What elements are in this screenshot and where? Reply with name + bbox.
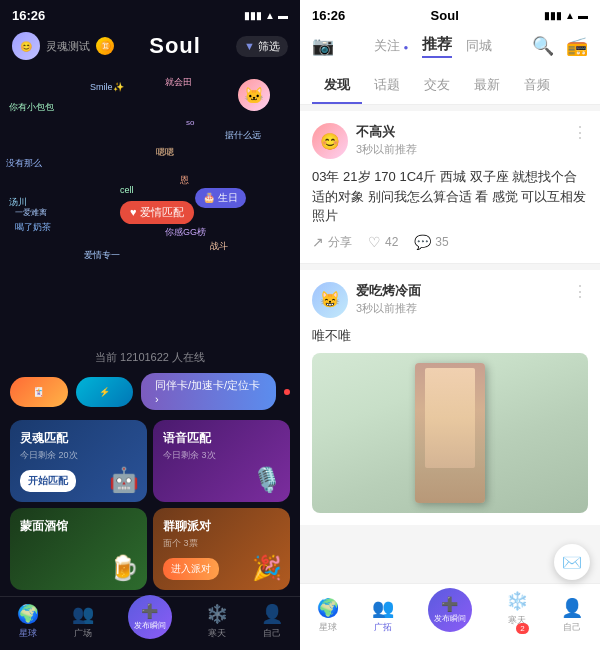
comment-count-1: 35 <box>435 235 448 249</box>
like-count-1: 42 <box>385 235 398 249</box>
group-party-card[interactable]: 群聊派对 面个 3票 进入派对 🎉 <box>153 508 290 590</box>
nav-star-left[interactable]: 🌍 星球 <box>17 603 39 640</box>
nav-publish-left[interactable]: ➕ 发布瞬间 <box>128 595 172 639</box>
divider-1 <box>300 263 600 264</box>
header-right-icons: 🔍 📻 <box>532 35 588 57</box>
gemini-icon: ♊ <box>96 37 114 55</box>
mask-bar-card[interactable]: 蒙面酒馆 🍺 <box>10 508 147 590</box>
post-1-header: 😊 不高兴 3秒以前推荐 ⋮ <box>312 123 588 159</box>
comment-icon-1: 💬 <box>414 234 431 250</box>
camera-icon[interactable]: 📷 <box>312 35 334 57</box>
share-btn-1[interactable]: ↗ 分享 <box>312 234 352 251</box>
nav-square-right[interactable]: 👥 广拓 <box>372 597 394 634</box>
bottom-nav-right: 🌍 星球 👥 广拓 ➕ 发布瞬间 ❄️ 寒天 2 👤 自己 <box>300 583 600 650</box>
square-icon-right: 👥 <box>372 597 394 619</box>
nav-self-left[interactable]: 👤 自己 <box>261 603 283 640</box>
post-1-more[interactable]: ⋮ <box>572 123 588 142</box>
comment-btn-1[interactable]: 💬 35 <box>414 234 448 251</box>
soul-match-title: 灵魂匹配 <box>20 430 137 447</box>
bubble-smile: Smile✨ <box>90 82 124 92</box>
post-2-header: 😸 爱吃烤冷面 3秒以前推荐 ⋮ <box>312 282 588 318</box>
self-icon-left: 👤 <box>261 603 283 625</box>
post-1-username: 不高兴 <box>356 123 564 141</box>
self-icon-right: 👤 <box>561 597 583 619</box>
bubble-love2: 爱情专一 <box>84 249 120 262</box>
status-bar-left: 16:26 ▮▮▮ ▲ ▬ <box>0 0 300 24</box>
nav-cold-right[interactable]: ❄️ 寒天 2 <box>506 590 528 640</box>
nav-cold-left[interactable]: ❄️ 寒天 <box>206 603 228 640</box>
bubble-cell: cell <box>120 185 134 195</box>
avatar-bubble-pink: 🐱 <box>238 79 270 111</box>
group-party-icon: 🎉 <box>252 554 282 582</box>
tab-friend[interactable]: 交友 <box>412 68 462 104</box>
feature-grid: 灵魂匹配 今日剩余 20次 开始匹配 🤖 语音匹配 今日剩余 3次 🎙️ 蒙面酒… <box>0 414 300 596</box>
love-match-text: ♥ 爱情匹配 <box>130 205 184 220</box>
nav-star-right[interactable]: 🌍 星球 <box>317 597 339 634</box>
tab-recommend[interactable]: 推荐 <box>422 35 452 58</box>
cards-label: 同伴卡/加速卡/定位卡 › <box>155 378 262 405</box>
bottom-nav-left: 🌍 星球 👥 广场 ➕ 发布瞬间 ❄️ 寒天 👤 自己 <box>0 596 300 650</box>
post-2-more[interactable]: ⋮ <box>572 282 588 301</box>
header-left: 😊 灵魂测试 ♊ Soul ▼ 筛选 <box>0 24 300 68</box>
bubble-enen: 嗯嗯 <box>156 146 174 159</box>
bubble-en: 恩 <box>180 174 189 187</box>
nav-square-label-right: 广拓 <box>374 621 392 634</box>
voice-match-card[interactable]: 语音匹配 今日剩余 3次 🎙️ <box>153 420 290 502</box>
start-match-button[interactable]: 开始匹配 <box>20 470 76 492</box>
signal-icons-left: ▮▮▮ ▲ ▬ <box>244 10 288 21</box>
status-bar-right: 16:26 Soul ▮▮▮ ▲ ▬ <box>300 0 600 24</box>
mask-bar-title: 蒙面酒馆 <box>20 518 137 535</box>
signal-icons-right: ▮▮▮ ▲ ▬ <box>544 10 588 21</box>
like-btn-1[interactable]: ♡ 42 <box>368 234 398 251</box>
post-2-meta: 爱吃烤冷面 3秒以前推荐 <box>356 282 564 316</box>
avatar-test[interactable]: 😊 <box>12 32 40 60</box>
tab-audio[interactable]: 音频 <box>512 68 562 104</box>
mail-float-btn[interactable]: ✉️ <box>554 544 590 580</box>
join-party-button[interactable]: 进入派对 <box>163 558 219 580</box>
tab-latest[interactable]: 最新 <box>462 68 512 104</box>
tab-topic[interactable]: 话题 <box>362 68 412 104</box>
soul-match-card[interactable]: 灵魂匹配 今日剩余 20次 开始匹配 🤖 <box>10 420 147 502</box>
notify-icon-right[interactable]: 📻 <box>566 35 588 57</box>
left-panel: 16:26 ▮▮▮ ▲ ▬ 😊 灵魂测试 ♊ Soul ▼ 筛选 Smile✨ … <box>0 0 300 650</box>
feed: 😊 不高兴 3秒以前推荐 ⋮ 03年 21岁 170 1C4斤 西城 双子座 就… <box>300 105 600 583</box>
love-match-bubble[interactable]: ♥ 爱情匹配 <box>120 201 194 224</box>
cards-arrow-btn[interactable]: 同伴卡/加速卡/定位卡 › <box>141 373 276 410</box>
tab-city[interactable]: 同城 <box>466 37 492 55</box>
nav-publish-label-right: 发布瞬间 <box>434 613 466 624</box>
time-right: 16:26 <box>312 8 345 23</box>
avatar-blue-2: 😸 <box>312 282 348 318</box>
tab-follow[interactable]: 关注 ● <box>374 37 408 55</box>
voice-match-title: 语音匹配 <box>163 430 280 447</box>
nav-square-left[interactable]: 👥 广场 <box>72 603 94 640</box>
soul-match-icon: 🤖 <box>109 466 139 494</box>
nav-cold-label-left: 寒天 <box>208 627 226 640</box>
bubble-jiuhuitiian: 就会田 <box>165 76 192 89</box>
bubble-small-bag: 你有小包包 <box>9 101 54 114</box>
soul-match-subtitle: 今日剩余 20次 <box>20 449 137 462</box>
bubble-area: Smile✨ 就会田 你有小包包 so 没有那么 嗯嗯 据什么远 汤川 cell… <box>0 68 300 346</box>
nav-self-label-left: 自己 <box>263 627 281 640</box>
nav-self-right[interactable]: 👤 自己 <box>561 597 583 634</box>
nav-self-label-right: 自己 <box>563 621 581 634</box>
publish-icon-left: ➕ <box>141 603 158 619</box>
bubble-so: so <box>186 118 194 127</box>
speed-card[interactable]: ⚡ <box>76 377 134 407</box>
post-2-time: 3秒以前推荐 <box>356 301 564 316</box>
test-label: 灵魂测试 <box>46 39 90 54</box>
post-1: 😊 不高兴 3秒以前推荐 ⋮ 03年 21岁 170 1C4斤 西城 双子座 就… <box>300 111 600 263</box>
nav-publish-right[interactable]: ➕ 发布瞬间 <box>428 588 472 632</box>
companion-card[interactable]: 🃏 <box>10 377 68 407</box>
tab-discover[interactable]: 发现 <box>312 68 362 104</box>
header-right: 📷 关注 ● 推荐 同城 🔍 📻 <box>300 24 600 68</box>
battery-icon: ▬ <box>278 10 288 21</box>
nav-square-label-left: 广场 <box>74 627 92 640</box>
filter-button[interactable]: ▼ 筛选 <box>236 36 288 57</box>
bubble-love: 一爱难离 <box>15 207 47 218</box>
search-icon-right[interactable]: 🔍 <box>532 35 554 57</box>
wifi-icon-right: ▲ <box>565 10 575 21</box>
soul-title: Soul <box>431 8 459 23</box>
share-icon-1: ↗ <box>312 234 324 250</box>
square-icon-left: 👥 <box>72 603 94 625</box>
post-1-time: 3秒以前推荐 <box>356 142 564 157</box>
